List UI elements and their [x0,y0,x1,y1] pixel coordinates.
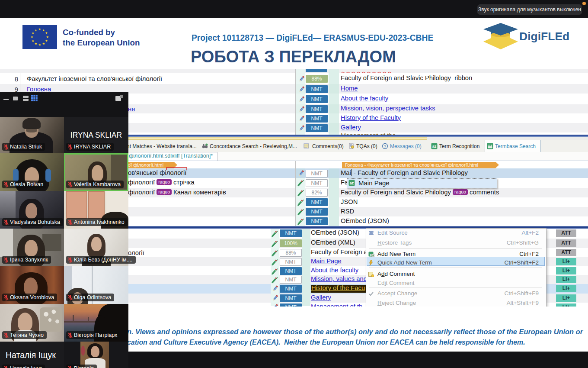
svg-text:DigiFLEd: DigiFLEd [519,30,569,43]
svg-text:az: az [350,181,354,185]
svg-text:?: ? [384,144,386,148]
svg-text:az: az [432,144,437,148]
